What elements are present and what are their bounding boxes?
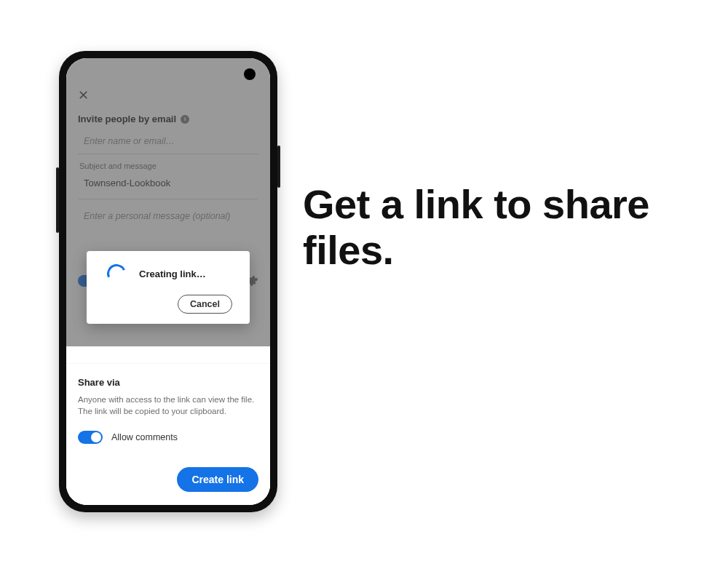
create-link-button[interactable]: Create link bbox=[177, 467, 258, 492]
phone-frame: ✕ Invite people by email i Enter name or… bbox=[59, 51, 277, 512]
spinner-icon bbox=[104, 261, 128, 285]
creating-link-dialog: Creating link… Cancel bbox=[87, 251, 250, 324]
allow-comments-label: Allow comments bbox=[111, 432, 178, 442]
allow-comments-toggle[interactable] bbox=[78, 431, 103, 444]
share-sheet-title: Share via bbox=[78, 377, 258, 388]
share-sheet-description: Anyone with access to the link can view … bbox=[78, 394, 258, 418]
cancel-button[interactable]: Cancel bbox=[178, 295, 232, 314]
phone-screen: ✕ Invite people by email i Enter name or… bbox=[66, 58, 270, 505]
dialog-status-text: Creating link… bbox=[139, 268, 206, 279]
share-sheet: Share via Anyone with access to the link… bbox=[66, 363, 270, 505]
marketing-headline: Get a link to share files. bbox=[303, 182, 681, 273]
camera-cutout bbox=[244, 68, 256, 80]
